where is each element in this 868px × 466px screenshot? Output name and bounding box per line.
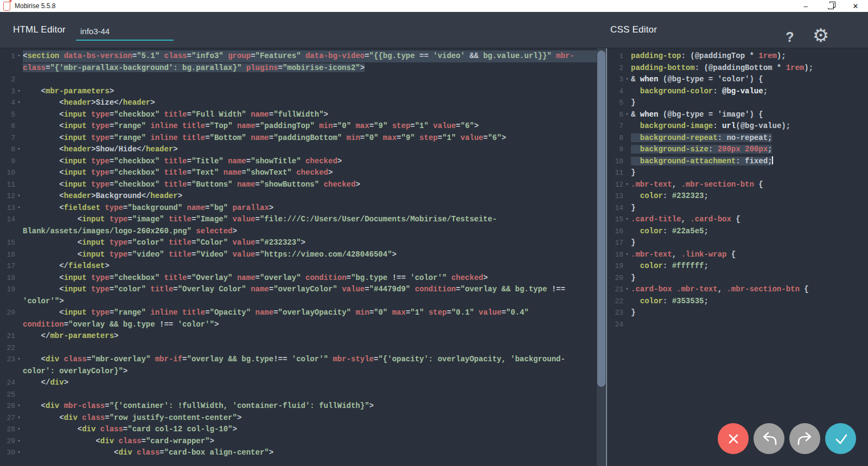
code-line[interactable]: 6▾& when (@bg-type = 'image') { bbox=[609, 109, 868, 121]
code-line[interactable]: 24 bbox=[609, 319, 868, 331]
fold-arrow-icon[interactable]: ▾ bbox=[15, 400, 23, 412]
fold-arrow-icon[interactable]: ▾ bbox=[15, 447, 23, 459]
code-line[interactable]: 9 background-size: 200px 200px; bbox=[609, 144, 868, 156]
code-line[interactable]: 17 </fieldset> bbox=[0, 260, 597, 272]
fold-arrow-icon[interactable]: ▾ bbox=[15, 144, 23, 156]
code-line[interactable]: 25 bbox=[0, 389, 597, 401]
code-line[interactable]: Blank/assets/images/logo-260x260.png" se… bbox=[0, 226, 597, 238]
code-line[interactable]: class="{'mbr-parallax-background': bg.pa… bbox=[0, 62, 597, 74]
fold-arrow-icon[interactable]: ▾ bbox=[623, 74, 631, 86]
scrollbar-thumb[interactable] bbox=[597, 50, 605, 387]
code-line[interactable]: color': overlayColor}"> bbox=[0, 366, 597, 378]
code-line[interactable]: 16 color: #22a5e5; bbox=[609, 226, 868, 238]
code-line[interactable]: 28▾ <div class="card col-12 col-lg-10"> bbox=[0, 424, 597, 436]
line-number: 15 bbox=[609, 214, 623, 226]
code-line[interactable]: 22 bbox=[0, 342, 597, 354]
code-line[interactable]: 8 background-repeat: no-repeat; bbox=[609, 132, 868, 144]
code-line[interactable]: 7 <input type="range" inline title="Bott… bbox=[0, 132, 597, 144]
code-line[interactable]: 3▾& when (@bg-type = 'color') { bbox=[609, 74, 868, 86]
code-line[interactable]: 2padding-bottom: (@paddingBottom * 1rem)… bbox=[609, 62, 868, 74]
code-line[interactable]: 10 background-attachment: fixed; bbox=[609, 156, 868, 168]
fold-arrow-icon[interactable]: ▾ bbox=[15, 412, 23, 424]
fold-arrow-icon[interactable]: ▾ bbox=[623, 284, 631, 296]
fold-arrow-icon[interactable]: ▾ bbox=[15, 354, 23, 366]
code-line[interactable]: 20} bbox=[609, 272, 868, 284]
redo-button[interactable] bbox=[789, 423, 820, 454]
fold-arrow-icon[interactable]: ▾ bbox=[15, 190, 23, 202]
close-button[interactable]: ✕ bbox=[843, 0, 868, 12]
fold-arrow-icon[interactable]: ▾ bbox=[15, 50, 23, 62]
code-line[interactable]: 30▾ <div class="card-box align-center"> bbox=[0, 447, 597, 459]
code-text: background-attachment: fixed; bbox=[631, 156, 868, 168]
code-line[interactable]: 23▾ <div class="mbr-overlay" mbr-if="ove… bbox=[0, 354, 597, 366]
fold-arrow-icon[interactable]: ▾ bbox=[15, 436, 23, 448]
code-line[interactable]: 11} bbox=[609, 167, 868, 179]
fold-arrow-icon[interactable]: ▾ bbox=[15, 86, 23, 98]
code-line[interactable]: 21 </mbr-parameters> bbox=[0, 330, 597, 342]
code-line[interactable]: 3▾ <mbr-parameters> bbox=[0, 86, 597, 98]
code-line[interactable]: 5} bbox=[609, 97, 868, 109]
fold-arrow-icon[interactable]: ▾ bbox=[15, 202, 23, 214]
code-line[interactable]: 27▾ <div class="row justify-content-cent… bbox=[0, 412, 597, 424]
action-buttons bbox=[718, 423, 856, 454]
code-line[interactable]: 9 <input type="checkbox" title="Title" n… bbox=[0, 156, 597, 168]
gear-icon[interactable]: ⚙ bbox=[810, 26, 831, 44]
fold-arrow-icon[interactable]: ▾ bbox=[15, 424, 23, 436]
fold-arrow-icon[interactable]: ▾ bbox=[15, 97, 23, 109]
css-code-editor[interactable]: 1padding-top: (@paddingTop * 1rem);2padd… bbox=[607, 48, 868, 466]
code-line[interactable]: 13 color: #232323; bbox=[609, 190, 868, 202]
fold-spacer bbox=[623, 226, 631, 238]
code-line[interactable]: 24 </div> bbox=[0, 377, 597, 389]
code-line[interactable]: 11 <input type="checkbox" title="Buttons… bbox=[0, 179, 597, 191]
code-line[interactable]: 15 <input type="color" title="Color" val… bbox=[0, 237, 597, 249]
code-line[interactable]: 5 <input type="checkbox" title="Full Wid… bbox=[0, 109, 597, 121]
fold-arrow-icon[interactable]: ▾ bbox=[623, 214, 631, 226]
code-line[interactable]: 14 <input type="image" title="Image" val… bbox=[0, 214, 597, 226]
code-line[interactable]: condition="overlay && bg.type !== 'color… bbox=[0, 319, 597, 331]
code-line[interactable]: 16 <input type="video" title="Video" val… bbox=[0, 249, 597, 261]
code-line[interactable]: 23} bbox=[609, 307, 868, 319]
code-line[interactable]: 22 color: #353535; bbox=[609, 296, 868, 308]
code-line[interactable]: 20 <input type="range" inline title="Opa… bbox=[0, 307, 597, 319]
code-line[interactable]: 19 <input type="color" title="Overlay Co… bbox=[0, 284, 597, 296]
fold-arrow-icon[interactable]: ▾ bbox=[623, 109, 631, 121]
code-line[interactable]: 1padding-top: (@paddingTop * 1rem); bbox=[609, 50, 868, 62]
html-editor-scrollbar[interactable] bbox=[597, 48, 606, 466]
help-icon[interactable]: ? bbox=[782, 29, 798, 45]
code-text: <input type="video" title="Video" value=… bbox=[23, 249, 597, 261]
code-line[interactable]: 10 <input type="checkbox" title="Text" n… bbox=[0, 167, 597, 179]
code-line[interactable]: 2 bbox=[0, 74, 597, 86]
close-icon bbox=[723, 428, 744, 450]
code-text: <input type="image" title="Image" value=… bbox=[23, 214, 597, 226]
code-line[interactable]: 6 <input type="range" inline title="Top"… bbox=[0, 120, 597, 132]
code-line[interactable]: 4 background-color: @bg-value; bbox=[609, 86, 868, 98]
code-line[interactable]: 12▾ <header>Background</header> bbox=[0, 190, 597, 202]
html-code-editor[interactable]: 1▾<section data-bs-version="5.1" class="… bbox=[0, 48, 597, 466]
code-line[interactable]: 15▾.card-title, .card-box { bbox=[609, 214, 868, 226]
confirm-button[interactable] bbox=[825, 423, 856, 454]
fold-arrow-icon[interactable]: ▾ bbox=[623, 249, 631, 261]
code-line[interactable]: 19 color: #ffffff; bbox=[609, 260, 868, 272]
code-line[interactable]: 13▾ <fieldset type="background" name="bg… bbox=[0, 202, 597, 214]
fold-arrow-icon[interactable]: ▾ bbox=[623, 179, 631, 191]
code-line[interactable]: 14} bbox=[609, 202, 868, 214]
code-line[interactable]: 21▾.card-box .mbr-text, .mbr-section-btn… bbox=[609, 284, 868, 296]
code-line[interactable]: 12▾.mbr-text, .mbr-section-btn { bbox=[609, 179, 868, 191]
code-line[interactable]: 4▾ <header>Size</header> bbox=[0, 97, 597, 109]
minimize-button[interactable]: – bbox=[793, 0, 818, 12]
code-line[interactable]: 18 <input type="checkbox" title="Overlay… bbox=[0, 272, 597, 284]
code-text: <div class="row justify-content-center"> bbox=[23, 412, 597, 424]
undo-button[interactable] bbox=[754, 423, 784, 454]
code-line[interactable]: 29▾ <div class="card-wrapper"> bbox=[0, 436, 597, 448]
code-line[interactable]: 26▾ <div mbr-class="{'container': !fullW… bbox=[0, 400, 597, 412]
code-text: </fieldset> bbox=[23, 260, 597, 272]
restore-button[interactable] bbox=[818, 0, 843, 12]
cancel-button[interactable] bbox=[718, 423, 749, 454]
code-line[interactable]: 7 background-image: url(@bg-value); bbox=[609, 120, 868, 132]
code-line[interactable]: 'color'"> bbox=[0, 296, 597, 308]
tab-info3-44[interactable]: info3-44 bbox=[76, 25, 174, 41]
code-line[interactable]: 8▾ <header>Show/Hide</header> bbox=[0, 144, 597, 156]
code-line[interactable]: 1▾<section data-bs-version="5.1" class="… bbox=[0, 50, 597, 62]
code-line[interactable]: 17} bbox=[609, 237, 868, 249]
code-line[interactable]: 18▾.mbr-text, .link-wrap { bbox=[609, 249, 868, 261]
